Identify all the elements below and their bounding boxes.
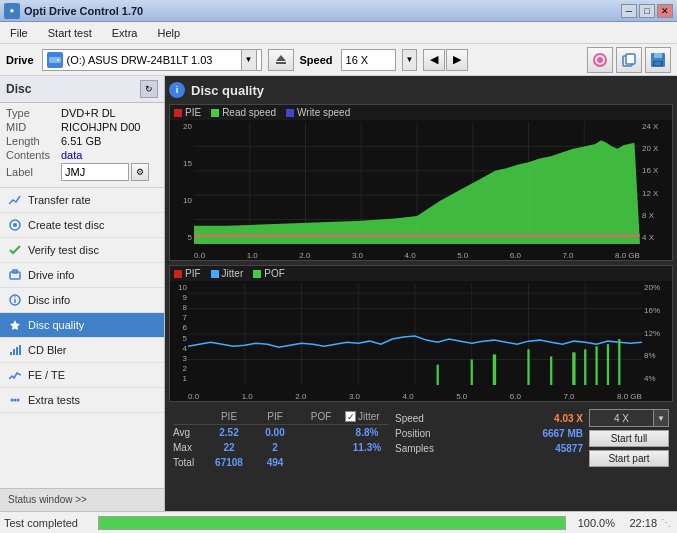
- y1-label-10: 10: [183, 196, 192, 205]
- start-part-button[interactable]: Start part: [589, 450, 669, 467]
- max-label: Max: [173, 442, 205, 453]
- content-area: i Disc quality PIE Read speed Write spee…: [165, 76, 677, 511]
- type-label: Type: [6, 107, 61, 119]
- y2-2: 2: [183, 364, 187, 373]
- stats-speed-section: Speed 4.03 X Position 6667 MB Samples 45…: [393, 409, 585, 458]
- sidebar-item-create-test-disc[interactable]: Create test disc: [0, 213, 164, 238]
- pof-legend-dot: [253, 270, 261, 278]
- window-title: Opti Drive Control 1.70: [24, 5, 143, 17]
- disc-info-label: Disc info: [28, 294, 70, 306]
- window-controls: ─ □ ✕: [621, 4, 673, 18]
- x2-8gb: 8.0 GB: [617, 392, 642, 401]
- speed-dropdown-arrow[interactable]: ▼: [402, 49, 418, 71]
- speed-combo-arrow[interactable]: ▼: [653, 410, 668, 426]
- jitter-legend-label: Jitter: [222, 268, 244, 279]
- jitter-check-mark: ✓: [347, 412, 355, 422]
- svg-point-26: [17, 399, 20, 402]
- transfer-rate-icon: [8, 193, 22, 207]
- minimize-button[interactable]: ─: [621, 4, 637, 18]
- max-jitter: 11.3%: [345, 442, 389, 453]
- speed-next-button[interactable]: ▶: [446, 49, 468, 71]
- menu-help[interactable]: Help: [151, 25, 186, 41]
- maximize-button[interactable]: □: [639, 4, 655, 18]
- menu-file[interactable]: File: [4, 25, 34, 41]
- sidebar-item-verify-test-disc[interactable]: Verify test disc: [0, 238, 164, 263]
- speed-combo-box[interactable]: 4 X ▼: [589, 409, 669, 427]
- menu-extra[interactable]: Extra: [106, 25, 144, 41]
- disc-quality-icon: [8, 318, 22, 332]
- sidebar-item-drive-info[interactable]: Drive info: [0, 263, 164, 288]
- avg-pof: [299, 427, 343, 438]
- mid-value: RICOHJPN D00: [61, 121, 140, 133]
- pie-legend-item: PIE: [174, 107, 201, 118]
- label-settings-button[interactable]: ⚙: [131, 163, 149, 181]
- y2-7: 7: [183, 313, 187, 322]
- label-input[interactable]: [61, 163, 129, 181]
- status-window-button[interactable]: Status window >>: [0, 488, 164, 511]
- disc-refresh-button[interactable]: ↻: [140, 80, 158, 98]
- disc-info-panel: Type DVD+R DL MID RICOHJPN D00 Length 6.…: [0, 103, 164, 188]
- x2-5: 5.0: [456, 392, 467, 401]
- samples-row: Samples 45877: [395, 441, 583, 456]
- status-bar: Test completed 100.0% 22:18 ⋱: [0, 511, 677, 533]
- speed-prev-button[interactable]: ◀: [423, 49, 445, 71]
- x1-6: 6.0: [510, 251, 521, 260]
- drive-dropdown-arrow[interactable]: ▼: [241, 49, 257, 71]
- samples-stat-label: Samples: [395, 443, 434, 454]
- svg-marker-19: [10, 320, 20, 330]
- pie-legend-dot: [174, 109, 182, 117]
- yr1-12x: 12 X: [642, 189, 672, 198]
- color-button[interactable]: [587, 47, 613, 73]
- write-speed-legend-dot: [286, 109, 294, 117]
- app-icon: ●: [4, 3, 20, 19]
- copy-button[interactable]: [616, 47, 642, 73]
- y1-label-5: 5: [188, 233, 192, 242]
- cd-bler-label: CD Bler: [28, 344, 67, 356]
- drive-label: Drive: [6, 54, 34, 66]
- menu-start-test[interactable]: Start test: [42, 25, 98, 41]
- status-window-label: Status window >>: [8, 494, 87, 505]
- yr1-24x: 24 X: [642, 122, 672, 131]
- sidebar-item-cd-bler[interactable]: CD Bler: [0, 338, 164, 363]
- avg-pif: 0.00: [253, 427, 297, 438]
- contents-label: Contents: [6, 149, 61, 161]
- extra-tests-icon: [8, 393, 22, 407]
- x1-0: 0.0: [194, 251, 205, 260]
- x2-3: 3.0: [349, 392, 360, 401]
- yr2-16: 16%: [644, 306, 672, 315]
- drive-select[interactable]: (O:) ASUS DRW-24B1LT 1.03 ▼: [42, 49, 262, 71]
- speed-select[interactable]: 16 X: [341, 49, 396, 71]
- stats-max-row: Max 22 2 11.3%: [173, 440, 389, 455]
- jitter-col-header: ✓ Jitter: [345, 411, 380, 422]
- jitter-legend-item: Jitter: [211, 268, 244, 279]
- samples-stat-value: 45877: [555, 443, 583, 454]
- yr2-4: 4%: [644, 374, 672, 383]
- pof-legend-label: POF: [264, 268, 285, 279]
- sidebar-item-extra-tests[interactable]: Extra tests: [0, 388, 164, 413]
- eject-button[interactable]: [268, 49, 294, 71]
- save-button[interactable]: [645, 47, 671, 73]
- y2-3: 3: [183, 354, 187, 363]
- sidebar-item-disc-quality[interactable]: Disc quality: [0, 313, 164, 338]
- disc-quality-header: i Disc quality: [169, 80, 673, 100]
- avg-jitter: 8.8%: [345, 427, 389, 438]
- sidebar-item-disc-info[interactable]: Disc info: [0, 288, 164, 313]
- chart2-y-axis-left: 10 9 8 7 6 5 4 3 2 1: [170, 281, 188, 385]
- read-speed-legend-label: Read speed: [222, 107, 276, 118]
- write-speed-legend-item: Write speed: [286, 107, 350, 118]
- toolbar: Drive (O:) ASUS DRW-24B1LT 1.03 ▼ Speed …: [0, 44, 677, 76]
- sidebar-item-transfer-rate[interactable]: Transfer rate: [0, 188, 164, 213]
- start-full-button[interactable]: Start full: [589, 430, 669, 447]
- avg-label: Avg: [173, 427, 205, 438]
- drive-info-icon: [8, 268, 22, 282]
- yr1-8x: 8 X: [642, 211, 672, 220]
- jitter-checkbox[interactable]: ✓: [345, 411, 356, 422]
- extra-tests-label: Extra tests: [28, 394, 80, 406]
- sidebar-item-fe-te[interactable]: FE / TE: [0, 363, 164, 388]
- progress-percentage: 100.0%: [570, 517, 615, 529]
- y2-5: 5: [183, 334, 187, 343]
- type-value: DVD+R DL: [61, 107, 116, 119]
- contents-value: data: [61, 149, 82, 161]
- pif-legend-dot: [174, 270, 182, 278]
- close-button[interactable]: ✕: [657, 4, 673, 18]
